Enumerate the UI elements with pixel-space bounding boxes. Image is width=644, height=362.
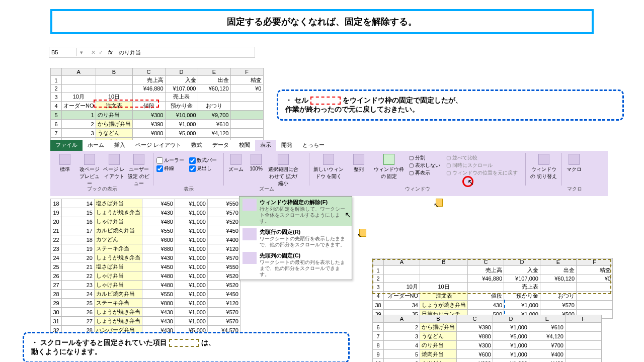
page-cursor-icon: ↖ bbox=[357, 229, 369, 239]
ribbon-btn[interactable]: ウィンドウの 切り替え bbox=[529, 154, 558, 180]
ribbon-side-item: ▢ ウィンドウの位置を元に戻す bbox=[446, 169, 518, 176]
callout-1: ・ セル をウインドウ枠の固定で固定したが、 作業が終わったので元に戻しておきた… bbox=[277, 89, 624, 121]
ribbon-side-item[interactable]: ▢ 再表示 bbox=[409, 169, 440, 176]
freeze-option-icon bbox=[243, 199, 257, 211]
ribbon-btn[interactable]: 標準 bbox=[53, 154, 76, 173]
group-label-zoom: ズーム bbox=[224, 186, 309, 193]
tab-とっちー[interactable]: とっちー bbox=[297, 140, 330, 151]
group-switch: ウィンドウの 切り替え bbox=[526, 153, 562, 186]
callout-2: ・ スクロールをすると固定されていた項目 は、 動くようになります。 bbox=[23, 332, 350, 362]
callout2-part3: 動くようになります。 bbox=[31, 347, 102, 355]
ribbon-btn-icon bbox=[59, 154, 70, 165]
ribbon-btn[interactable]: 改ページ プレビュー bbox=[78, 154, 101, 187]
tab-データ[interactable]: データ bbox=[207, 140, 234, 151]
tab-ホーム[interactable]: ホーム bbox=[83, 140, 109, 151]
sheet-mid[interactable]: 1814塩さば弁当¥450¥1,000¥5501915しょうが焼き弁当¥430¥… bbox=[50, 199, 240, 353]
ribbon-btn[interactable]: ウィンドウ枠の 固定 bbox=[373, 154, 405, 180]
group-zoom: ズーム100%選択範囲に合わせて 拡大/縮小 bbox=[224, 153, 309, 186]
tab-ファイル[interactable]: ファイル bbox=[50, 140, 83, 151]
ribbon-btn-icon bbox=[569, 154, 580, 165]
callout1-part3: 作業が終わったので元に戻しておきたい。 bbox=[285, 105, 419, 113]
group-label-macro: マクロ bbox=[562, 186, 587, 193]
ribbon-btn-icon bbox=[353, 154, 364, 165]
freeze-option-icon bbox=[243, 228, 257, 240]
ribbon-btn-icon bbox=[251, 154, 262, 165]
dropdown-item[interactable]: 先頭行の固定(R)ワークシートの先頭行を表示したままで、他の部分をスクロールでき… bbox=[239, 226, 352, 250]
tab-開発[interactable]: 開発 bbox=[276, 140, 297, 151]
ribbon-check[interactable]: ルーラー bbox=[156, 157, 188, 164]
title-text: 固定する必要がなくなれば、固定を解除する。 bbox=[227, 16, 417, 28]
page-cursor-icon-2: ↖ bbox=[434, 199, 446, 209]
sheet-right-bottom[interactable]: ABCDEF62から揚げ弁当¥390¥1,000¥61073うなどん¥880¥5… bbox=[372, 315, 602, 362]
olive-placeholder-box bbox=[169, 339, 199, 347]
ribbon-btn-icon bbox=[278, 154, 289, 165]
tab-表示[interactable]: 表示 bbox=[255, 140, 276, 151]
ribbon-btn[interactable]: 選択範囲に合わせて 拡大/縮小 bbox=[267, 154, 299, 187]
freeze-panes-dropdown: ウィンドウ枠固定の解除(F)行と列の固定を解除して、ワークシート全体をスクロール… bbox=[239, 196, 352, 280]
dropdown-item[interactable]: ウィンドウ枠固定の解除(F)行と列の固定を解除して、ワークシート全体をスクロール… bbox=[239, 197, 352, 226]
ribbon-btn[interactable]: 整列 bbox=[347, 154, 371, 173]
confirm-icon[interactable]: ✓ bbox=[99, 49, 103, 56]
group-book-view: 標準改ページ プレビューページ レイアウトユーザー設定 のビュー bbox=[50, 153, 153, 186]
formula-value[interactable]: のり弁当 bbox=[116, 49, 144, 56]
ribbon-btn-icon bbox=[538, 154, 549, 165]
ribbon-btn-icon bbox=[230, 154, 242, 165]
sheet-right-top[interactable]: ABCDEF1売上高入金出金精査2¥46,880¥107,000¥60,120¥… bbox=[372, 258, 613, 319]
tab-ページ レイアウト[interactable]: ページ レイアウト bbox=[130, 140, 186, 151]
ribbon-btn-icon bbox=[133, 154, 144, 165]
ribbon-btn[interactable]: マクロ bbox=[565, 154, 583, 173]
ribbon-btn[interactable]: 100% bbox=[247, 154, 265, 171]
formula-bar: B5 ▾ ✕ ✓ fx のり弁当 bbox=[49, 47, 255, 58]
ribbon: ファイルホーム挿入ページ レイアウト数式データ校閲表示開発とっちー 標準改ページ… bbox=[50, 140, 608, 196]
group-label-show: 表示 bbox=[153, 186, 224, 193]
ribbon-check[interactable]: 枠線 bbox=[156, 165, 188, 172]
dropdown-item[interactable]: 先頭列の固定(C)ワークシートの最初の列を表示したままで、他の部分をスクロールで… bbox=[239, 250, 352, 280]
callout1-part2: をウインドウ枠の固定で固定したが、 bbox=[343, 96, 462, 104]
cancel-icon[interactable]: ✕ bbox=[91, 49, 96, 56]
tab-校閲[interactable]: 校閲 bbox=[234, 140, 255, 151]
group-label-window: ウィンドウ bbox=[309, 186, 526, 193]
tab-数式[interactable]: 数式 bbox=[186, 140, 207, 151]
ribbon-btn[interactable]: ユーザー設定 のビュー bbox=[127, 154, 150, 187]
ribbon-btn[interactable]: ページ レイアウト bbox=[103, 154, 125, 180]
freeze-option-icon bbox=[243, 252, 257, 264]
name-box-dropdown-icon[interactable]: ▾ bbox=[77, 49, 86, 56]
tab-挿入[interactable]: 挿入 bbox=[109, 140, 130, 151]
ribbon-btn-icon bbox=[323, 154, 334, 165]
red-placeholder-box bbox=[310, 97, 341, 105]
group-macro: マクロ bbox=[562, 153, 587, 186]
title-banner: 固定する必要がなくなれば、固定を解除する。 bbox=[50, 9, 594, 34]
ribbon-body: 標準改ページ プレビューページ レイアウトユーザー設定 のビュー ルーラー 数式… bbox=[50, 151, 608, 185]
callout1-part1: ・ セル bbox=[285, 96, 308, 104]
ribbon-side-item: ▢ 同時にスクロール bbox=[446, 161, 518, 169]
callout2-part2: は、 bbox=[201, 338, 215, 346]
group-label-book-view: ブックの表示 bbox=[50, 186, 153, 193]
ribbon-btn[interactable]: ズーム bbox=[227, 154, 245, 173]
fx-icon[interactable]: fx bbox=[105, 49, 116, 55]
ribbon-btn-icon bbox=[109, 154, 120, 165]
ribbon-tabs: ファイルホーム挿入ページ レイアウト数式データ校閲表示開発とっちー bbox=[50, 140, 608, 151]
ribbon-check[interactable]: 見出し bbox=[189, 165, 221, 172]
ribbon-btn-icon bbox=[383, 154, 394, 165]
ribbon-side-item[interactable]: ▢ 表示しない bbox=[409, 161, 440, 169]
ribbon-btn[interactable]: 新しいウィンドウ を開く bbox=[312, 154, 345, 180]
group-window: 新しいウィンドウ を開く整列ウィンドウ枠の 固定▢ 分割▢ 表示しない▢ 再表示… bbox=[309, 153, 526, 186]
ribbon-check[interactable]: 数式バー bbox=[189, 157, 221, 164]
name-box[interactable]: B5 bbox=[49, 48, 77, 56]
ribbon-btn-icon bbox=[84, 154, 95, 165]
ribbon-side-item: ▢ 並べて比較 bbox=[446, 154, 518, 161]
ribbon-side-item[interactable]: ▢ 分割 bbox=[409, 154, 440, 161]
group-show: ルーラー 数式バー 枠線 見出し bbox=[153, 153, 224, 186]
callout2-part1: ・ スクロールをすると固定されていた項目 bbox=[31, 338, 167, 346]
